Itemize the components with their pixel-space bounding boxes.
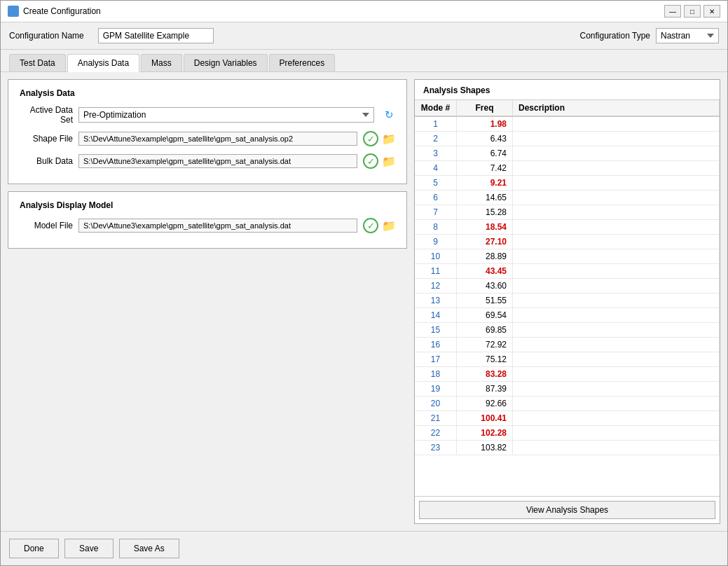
cell-description: [513, 352, 720, 366]
table-row[interactable]: 59.21: [415, 176, 720, 191]
left-panel: Analysis Data Active Data Set Pre-Optimi…: [8, 79, 407, 524]
table-row[interactable]: 715.28: [415, 205, 720, 220]
table-row[interactable]: 23103.82: [415, 441, 720, 455]
window-title: Create Configuration: [23, 6, 101, 16]
shape-file-icons: ✓ 📁: [363, 130, 398, 147]
tab-analysis-data[interactable]: Analysis Data: [67, 54, 139, 72]
table-row[interactable]: 1883.28: [415, 367, 720, 382]
tab-test-data[interactable]: Test Data: [9, 54, 66, 71]
cell-mode: 3: [415, 146, 457, 160]
table-row[interactable]: 11.98: [415, 117, 720, 132]
cell-freq: 83.28: [457, 367, 513, 381]
folder-icon: 📁: [382, 132, 396, 146]
table-row[interactable]: 614.65: [415, 191, 720, 205]
table-row[interactable]: 36.74: [415, 146, 720, 161]
table-row[interactable]: 21100.41: [415, 411, 720, 426]
shape-file-input[interactable]: [78, 132, 357, 146]
cell-mode: 14: [415, 308, 457, 322]
config-name-input[interactable]: [98, 28, 214, 43]
table-row[interactable]: 26.43: [415, 132, 720, 146]
tab-design-variables[interactable]: Design Variables: [184, 54, 268, 71]
cell-description: [513, 323, 720, 337]
config-type-select[interactable]: Nastran ANSYS Abaqus: [656, 28, 719, 43]
cell-mode: 13: [415, 294, 457, 308]
cell-mode: 10: [415, 249, 457, 263]
table-row[interactable]: 2092.66: [415, 396, 720, 411]
cell-freq: 43.60: [457, 279, 513, 293]
model-file-browse-button[interactable]: 📁: [380, 217, 398, 234]
table-header: Mode # Freq Description: [415, 99, 720, 117]
table-row[interactable]: 818.54: [415, 220, 720, 235]
table-row[interactable]: 47.42: [415, 161, 720, 176]
table-row[interactable]: 1028.89: [415, 249, 720, 264]
folder-icon: 📁: [382, 219, 396, 233]
table-row[interactable]: 1672.92: [415, 338, 720, 352]
title-bar-controls: — □ ✕: [664, 5, 720, 18]
cell-description: [513, 176, 720, 190]
cell-freq: 103.82: [457, 441, 513, 455]
cell-description: [513, 338, 720, 352]
title-bar-left: Create Configuration: [8, 6, 101, 17]
cell-freq: 15.28: [457, 205, 513, 219]
table-body[interactable]: 11.9826.4336.7447.4259.21614.65715.28818…: [415, 117, 720, 496]
table-row[interactable]: 1351.55: [415, 294, 720, 308]
bulk-data-input[interactable]: [78, 154, 357, 168]
cell-mode: 8: [415, 220, 457, 234]
save-button[interactable]: Save: [64, 539, 114, 558]
cell-description: [513, 294, 720, 308]
tab-mass[interactable]: Mass: [141, 54, 182, 71]
view-btn-row: View Analysis Shapes: [415, 496, 720, 523]
cell-freq: 51.55: [457, 294, 513, 308]
cell-mode: 17: [415, 352, 457, 366]
cell-freq: 69.54: [457, 308, 513, 322]
view-analysis-shapes-button[interactable]: View Analysis Shapes: [419, 501, 715, 519]
bottom-bar: Done Save Save As: [1, 531, 727, 565]
cell-mode: 12: [415, 279, 457, 293]
table-row[interactable]: 1243.60: [415, 279, 720, 294]
table-row[interactable]: 1143.45: [415, 264, 720, 279]
cell-freq: 18.54: [457, 220, 513, 234]
config-bar: Configuration Name Configuration Type Na…: [1, 22, 727, 50]
cell-mode: 4: [415, 161, 457, 175]
bulk-data-valid-icon: ✓: [363, 153, 378, 169]
table-row[interactable]: 1569.85: [415, 323, 720, 338]
config-name-label: Configuration Name: [9, 31, 84, 41]
cell-mode: 19: [415, 382, 457, 396]
cell-mode: 9: [415, 235, 457, 249]
analysis-shapes-title: Analysis Shapes: [415, 80, 720, 99]
model-file-input[interactable]: [78, 219, 357, 233]
done-button[interactable]: Done: [9, 539, 59, 558]
cell-mode: 23: [415, 441, 457, 455]
cell-freq: 9.21: [457, 176, 513, 190]
table-row[interactable]: 22102.28: [415, 426, 720, 441]
table-row[interactable]: 927.10: [415, 235, 720, 249]
table-row[interactable]: 1469.54: [415, 308, 720, 323]
cell-mode: 16: [415, 338, 457, 352]
close-button[interactable]: ✕: [703, 5, 720, 18]
cell-description: [513, 441, 720, 455]
main-content: Analysis Data Active Data Set Pre-Optimi…: [1, 72, 727, 531]
cell-description: [513, 411, 720, 425]
analysis-data-group: Analysis Data Active Data Set Pre-Optimi…: [8, 79, 407, 184]
shape-file-browse-button[interactable]: 📁: [380, 130, 398, 147]
right-panel: Analysis Shapes Mode # Freq Description …: [414, 79, 720, 524]
cell-description: [513, 367, 720, 381]
minimize-button[interactable]: —: [664, 5, 681, 18]
analysis-display-group: Analysis Display Model Model File ✓ 📁: [8, 191, 407, 249]
cell-mode: 1: [415, 117, 457, 131]
refresh-dataset-button[interactable]: ↻: [380, 106, 398, 123]
table-row[interactable]: 1775.12: [415, 352, 720, 367]
cell-description: [513, 308, 720, 322]
cell-mode: 15: [415, 323, 457, 337]
active-dataset-label: Active Data Set: [17, 105, 73, 125]
bulk-data-browse-button[interactable]: 📁: [380, 153, 398, 170]
tab-preferences[interactable]: Preferences: [269, 54, 336, 71]
cell-description: [513, 396, 720, 410]
cell-mode: 20: [415, 396, 457, 410]
app-icon: [8, 6, 19, 17]
table-row[interactable]: 1987.39: [415, 382, 720, 396]
cell-freq: 69.85: [457, 323, 513, 337]
active-dataset-select[interactable]: Pre-Optimization Post-Optimization: [78, 107, 374, 123]
save-as-button[interactable]: Save As: [119, 539, 179, 558]
restore-button[interactable]: □: [684, 5, 701, 18]
